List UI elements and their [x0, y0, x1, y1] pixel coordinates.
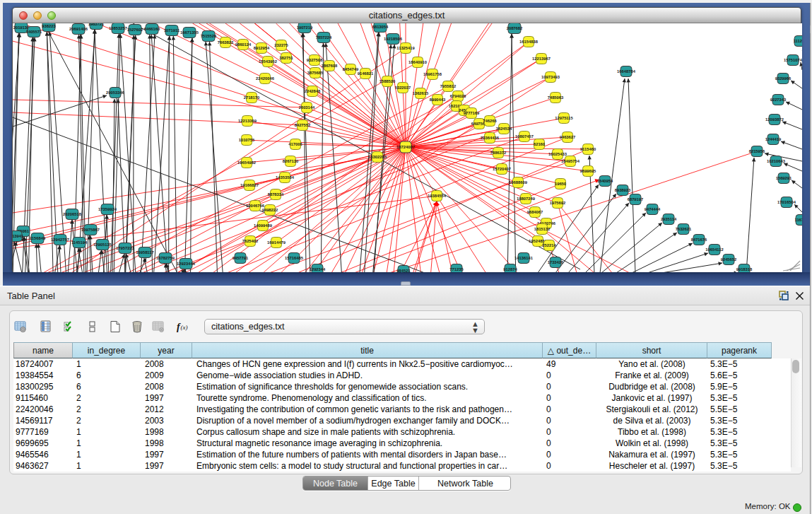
svg-text:62160: 62160 [534, 142, 545, 146]
svg-text:19654982: 19654982 [237, 160, 256, 165]
svg-text:111213: 111213 [794, 39, 802, 43]
svg-text:9463627: 9463627 [560, 135, 576, 139]
svg-text:29053346: 29053346 [106, 90, 125, 95]
svg-text:232275: 232275 [274, 43, 288, 47]
svg-text:8813054: 8813054 [372, 25, 389, 29]
svg-text:3913941: 3913941 [13, 234, 24, 238]
svg-text:1907219: 1907219 [297, 25, 313, 30]
svg-text:8912954: 8912954 [254, 46, 270, 50]
svg-text:3875685: 3875685 [307, 71, 324, 75]
svg-text:10543952: 10543952 [259, 59, 277, 64]
svg-text:17957223: 17957223 [116, 246, 135, 250]
svg-text:3624534: 3624534 [496, 127, 512, 131]
svg-text:18724007: 18724007 [396, 145, 415, 149]
svg-text:2242848: 2242848 [305, 89, 321, 93]
svg-text:1156849: 1156849 [30, 236, 46, 240]
svg-text:6879197: 6879197 [628, 197, 644, 201]
svg-text:746266: 746266 [483, 119, 497, 123]
svg-text:12905135: 12905135 [93, 243, 112, 247]
svg-text:22420046: 22420046 [256, 76, 275, 81]
svg-text:10210643: 10210643 [767, 159, 786, 163]
svg-text:7515526: 7515526 [201, 34, 217, 38]
svg-text:20691406: 20691406 [69, 27, 88, 31]
svg-text:12942757: 12942757 [51, 238, 69, 242]
svg-text:9115460: 9115460 [580, 147, 596, 151]
svg-text:18495754: 18495754 [561, 159, 580, 163]
svg-text:7663822: 7663822 [218, 40, 234, 45]
svg-text:1527602: 1527602 [127, 28, 143, 32]
svg-text:9245652: 9245652 [721, 257, 737, 262]
svg-text:2087682: 2087682 [507, 26, 523, 30]
svg-text:116753: 116753 [794, 218, 802, 222]
svg-text:7632621: 7632621 [676, 227, 692, 231]
svg-text:8454749: 8454749 [343, 67, 359, 71]
svg-text:1071911: 1071911 [164, 28, 180, 33]
svg-text:8990443: 8990443 [430, 98, 446, 102]
svg-text:1145194: 1145194 [71, 240, 88, 245]
svg-text:18640910: 18640910 [408, 60, 427, 64]
svg-text:9860124: 9860124 [235, 42, 252, 47]
svg-text:14353584: 14353584 [276, 175, 295, 180]
svg-text:7625402: 7625402 [242, 239, 259, 243]
svg-text:12093872: 12093872 [765, 117, 784, 122]
svg-text:16154838: 16154838 [519, 40, 539, 44]
svg-text:17359924: 17359924 [98, 207, 117, 211]
svg-text:9699695: 9699695 [580, 169, 596, 173]
svg-text:1292344: 1292344 [310, 267, 326, 271]
svg-text:18807249: 18807249 [517, 197, 536, 201]
svg-text:17016504: 17016504 [777, 200, 796, 204]
svg-text:15720407: 15720407 [493, 167, 511, 171]
svg-text:10688609: 10688609 [509, 180, 528, 185]
svg-text:10975867: 10975867 [81, 228, 100, 232]
svg-text:16782759: 16782759 [156, 256, 175, 260]
svg-text:1010755: 1010755 [239, 138, 255, 142]
svg-text:(x): (x) [181, 324, 188, 331]
svg-text:10025433: 10025433 [548, 152, 567, 156]
svg-text:19218506: 19218506 [384, 37, 403, 41]
svg-text:10958117: 10958117 [136, 250, 153, 255]
svg-text:9227343: 9227343 [770, 98, 787, 102]
svg-text:1733426: 1733426 [548, 260, 564, 264]
svg-text:9329966: 9329966 [775, 76, 792, 81]
svg-text:252214: 252214 [542, 243, 556, 247]
svg-text:9327508: 9327508 [307, 58, 323, 62]
svg-text:2603144: 2603144 [299, 105, 315, 110]
svg-text:16914479: 16914479 [267, 240, 286, 245]
svg-text:7485063: 7485063 [548, 95, 564, 100]
svg-text:14099489: 14099489 [254, 223, 273, 228]
svg-text:12213967: 12213967 [532, 57, 551, 61]
svg-text:9777169: 9777169 [464, 111, 480, 115]
svg-text:6466160: 6466160 [144, 27, 160, 31]
svg-text:6794028: 6794028 [450, 94, 466, 98]
svg-text:12923446: 12923446 [177, 262, 196, 266]
svg-text:1975692: 1975692 [550, 201, 566, 205]
svg-text:1983721: 1983721 [88, 23, 105, 26]
svg-text:8938923: 8938923 [615, 188, 631, 192]
svg-text:771235: 771235 [449, 267, 464, 271]
svg-text:19650: 19650 [555, 182, 566, 186]
svg-text:2935114: 2935114 [661, 217, 677, 221]
svg-text:7955812: 7955812 [440, 84, 457, 88]
svg-text:912874: 912874 [503, 267, 517, 271]
svg-text:1640954: 1640954 [597, 179, 613, 183]
svg-text:8878334: 8878334 [268, 192, 284, 197]
svg-text:20206518: 20206518 [63, 212, 82, 216]
svg-text:7857224: 7857224 [316, 35, 332, 40]
svg-text:1244419: 1244419 [765, 137, 782, 141]
svg-text:1569291: 1569291 [776, 176, 792, 180]
svg-text:9498222: 9498222 [262, 208, 278, 212]
svg-text:1362615: 1362615 [413, 91, 429, 95]
svg-text:19166827: 19166827 [240, 183, 259, 187]
svg-text:9918318: 9918318 [736, 267, 753, 271]
svg-text:8267130: 8267130 [283, 159, 299, 163]
svg-text:1588520: 1588520 [379, 79, 396, 83]
svg-text:5322037: 5322037 [395, 86, 411, 90]
svg-text:1405571: 1405571 [26, 30, 42, 34]
svg-text:9684067: 9684067 [527, 210, 543, 214]
svg-text:20364436: 20364436 [481, 136, 500, 140]
svg-text:16961758: 16961758 [423, 72, 442, 76]
svg-text:2867608: 2867608 [322, 64, 338, 68]
svg-text:9457791: 9457791 [233, 256, 249, 260]
svg-text:15751074: 15751074 [784, 58, 802, 62]
svg-text:10973493: 10973493 [541, 75, 560, 79]
